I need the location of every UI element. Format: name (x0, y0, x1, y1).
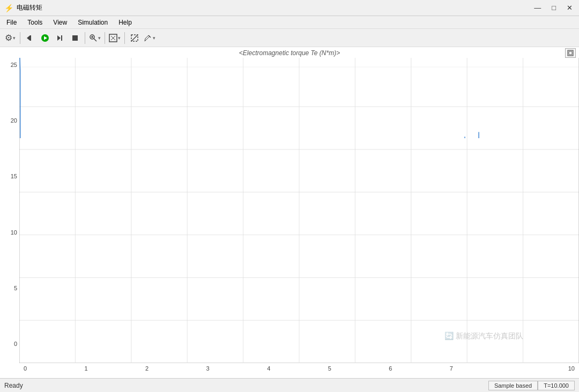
x-label-1: 1 (85, 365, 88, 378)
svg-rect-18 (569, 51, 572, 55)
settings-dropdown-arrow[interactable]: ▾ (13, 35, 16, 41)
x-label-0: 0 (24, 365, 27, 378)
svg-line-8 (94, 39, 96, 41)
menu-simulation[interactable]: Simulation (73, 18, 112, 27)
chart-title-bar: <Electromagnetic torque Te (N*m)> (0, 47, 579, 58)
chart-inner: 25 20 15 10 5 0 (0, 58, 579, 363)
stop-icon (71, 34, 79, 42)
svg-rect-1 (30, 35, 31, 41)
svg-line-15 (131, 35, 138, 41)
toolbar-sep-2 (85, 32, 85, 44)
x-label-10: 10 (568, 365, 575, 378)
maximize-button[interactable]: □ (550, 4, 558, 12)
y-label-25: 25 (0, 62, 19, 68)
rewind-button[interactable] (23, 31, 37, 45)
x-label-6: 6 (389, 365, 392, 378)
zoom-dropdown-arrow[interactable]: ▾ (98, 35, 101, 41)
y-label-0: 0 (0, 341, 19, 347)
fit-dropdown-button[interactable]: ▾ (108, 31, 122, 45)
rewind-icon (26, 34, 34, 42)
y-axis-labels: 25 20 15 10 5 0 (0, 58, 19, 363)
y-label-20: 20 (0, 118, 19, 124)
status-text: Ready (4, 382, 23, 389)
step-button[interactable] (53, 31, 67, 45)
stop-button[interactable] (68, 31, 82, 45)
fit-icon (109, 34, 117, 42)
settings-icon: ⚙ (5, 33, 12, 43)
svg-marker-0 (27, 35, 30, 41)
chart-expand-button[interactable] (565, 48, 576, 58)
expand-icon (567, 50, 574, 56)
x-label-3: 3 (206, 365, 210, 378)
autoscale-icon (130, 34, 139, 42)
step-icon (56, 34, 64, 42)
status-right: Sample based T=10.000 (488, 381, 575, 390)
minimize-button[interactable]: — (532, 4, 543, 12)
statusbar: Ready Sample based T=10.000 (0, 378, 579, 392)
autoscale-button[interactable] (128, 31, 142, 45)
zoom-icon (89, 34, 98, 42)
titlebar: ⚡ 电磁转矩 — □ ✕ (0, 0, 579, 16)
titlebar-left: ⚡ 电磁转矩 (4, 3, 42, 12)
plot-area[interactable]: 🔄 新能源汽车仿真团队 (19, 58, 579, 363)
sample-based-label: Sample based (488, 381, 538, 390)
toolbar-sep-3 (105, 32, 105, 44)
fit-dropdown-arrow[interactable]: ▾ (118, 35, 121, 41)
edit-icon (144, 34, 152, 42)
close-button[interactable]: ✕ (565, 4, 575, 12)
plot-svg: 🔄 新能源汽车仿真团队 (19, 58, 579, 363)
app-title: 电磁转矩 (17, 3, 42, 12)
chart-container: <Electromagnetic torque Te (N*m)> 25 20 … (0, 47, 579, 378)
x-label-4: 4 (267, 365, 270, 378)
zoom-dropdown-button[interactable]: ▾ (88, 31, 102, 45)
y-label-10: 10 (0, 230, 19, 236)
x-axis-labels: 0 1 2 3 4 5 6 7 10 (19, 363, 579, 378)
svg-rect-6 (72, 35, 78, 41)
menu-view[interactable]: View (49, 18, 71, 27)
edit-dropdown-arrow[interactable]: ▾ (153, 35, 155, 41)
menubar: File Tools View Simulation Help (0, 16, 579, 29)
menu-help[interactable]: Help (114, 18, 136, 27)
x-label-2: 2 (145, 365, 149, 378)
chart-title: <Electromagnetic torque Te (N*m)> (239, 49, 340, 57)
x-label-5: 5 (328, 365, 331, 378)
settings-dropdown-button[interactable]: ⚙ ▾ (3, 31, 17, 45)
y-label-15: 15 (0, 174, 19, 179)
toolbar-sep-1 (20, 32, 20, 44)
menu-tools[interactable]: Tools (23, 18, 47, 27)
y-label-5: 5 (0, 285, 19, 291)
titlebar-controls: — □ ✕ (532, 4, 575, 12)
app-icon: ⚡ (4, 4, 13, 12)
play-icon (41, 34, 49, 42)
toolbar-sep-4 (124, 32, 125, 44)
edit-dropdown-button[interactable]: ▾ (143, 31, 157, 45)
svg-rect-5 (61, 35, 62, 41)
svg-marker-4 (57, 35, 61, 41)
x-label-7: 7 (450, 365, 453, 378)
menu-file[interactable]: File (2, 18, 21, 27)
play-button[interactable] (38, 31, 52, 45)
toolbar: ⚙ ▾ ▾ (0, 29, 579, 47)
time-label: T=10.000 (538, 381, 575, 390)
